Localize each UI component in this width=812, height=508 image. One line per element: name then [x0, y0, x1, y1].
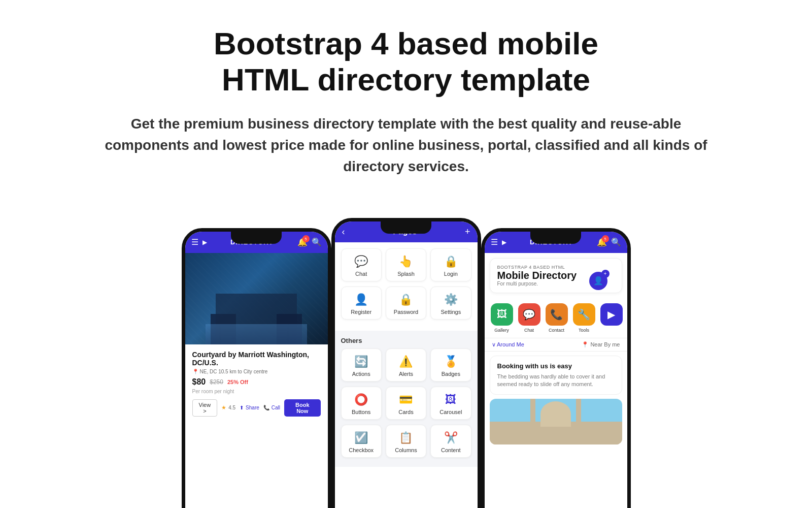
- others-label: Others: [341, 335, 471, 348]
- navbar-left: ☰ ▶: [191, 237, 207, 247]
- actions-icon: 🔄: [354, 355, 368, 368]
- location-pin-icon: 📍: [192, 369, 198, 374]
- contact-label: Contact: [549, 328, 564, 333]
- avatar-icon: 👤: [593, 276, 603, 285]
- bell-count-left: 5: [302, 235, 310, 242]
- chat-label: Chat: [355, 271, 367, 277]
- buttons-label: Buttons: [352, 409, 370, 415]
- mosque-image: [490, 399, 622, 444]
- share-label: Share: [246, 405, 259, 410]
- hotel-info: Courtyard by Marriott Washington, DC/U.S…: [185, 344, 328, 423]
- service-chat[interactable]: 💬 Chat: [518, 303, 540, 333]
- pages-plus-icon[interactable]: +: [465, 227, 470, 237]
- checkbox-icon: ☑️: [354, 431, 368, 444]
- service-icons-row: 🖼 Gallery 💬 Chat 📞 Contact 🔧 Tools ▶: [485, 298, 627, 338]
- hotel-image: [185, 253, 328, 344]
- content-label: Content: [441, 447, 461, 453]
- mosque-dome: [540, 401, 571, 427]
- phone-left-screen: ☰ ▶ DIRECTORY 🔔 5 🔍: [185, 232, 328, 508]
- call-label: Call: [272, 405, 280, 410]
- cards-icon: 💳: [399, 393, 413, 406]
- directory-hero-card: Bootstrap 4 Based HTML Mobile Directory …: [490, 258, 622, 293]
- bell-badge-left[interactable]: 🔔 5: [297, 237, 308, 247]
- dir-small-text: Bootstrap 4 Based HTML: [497, 265, 615, 270]
- rating-value: 4.5: [228, 405, 235, 410]
- tools-circle: 🔧: [573, 303, 595, 326]
- booking-section: Booking with us is easy The bedding was …: [490, 356, 622, 395]
- page-item-columns[interactable]: 📋 Columns: [386, 425, 426, 458]
- around-me-link[interactable]: ∨ Around Me: [492, 341, 524, 348]
- price-discount: 25% Off: [227, 379, 248, 385]
- hamburger-icon[interactable]: ☰: [191, 237, 198, 247]
- carousel-label: Carousel: [439, 409, 462, 415]
- booking-title: Booking with us is easy: [497, 362, 615, 370]
- page-item-buttons[interactable]: ⭕ Buttons: [341, 387, 382, 420]
- page-item-cards[interactable]: 💳 Cards: [386, 387, 426, 420]
- arrow-icon[interactable]: ▶: [202, 239, 207, 246]
- page-item-register[interactable]: 👤 Register: [341, 287, 382, 320]
- password-icon: 🔒: [399, 293, 413, 306]
- hotel-structure: [206, 278, 307, 344]
- search-icon-left[interactable]: 🔍: [312, 237, 322, 247]
- page-item-chat[interactable]: 💬 Chat: [341, 248, 382, 281]
- phone-right-screen: ☰ ▶ DIRECTORY 🔔 5 🔍 Bootstrap 4 Based HT…: [485, 232, 627, 508]
- splash-icon: 👆: [399, 255, 413, 268]
- others-section: Others 🔄 Actions ⚠️ Alerts 🏅 Badges: [335, 331, 478, 467]
- view-button[interactable]: View >: [192, 399, 218, 417]
- phone-center-screen: ‹ Pages + 💬 Chat 👆 Splash �: [335, 221, 478, 508]
- chat-circle: 💬: [518, 303, 540, 326]
- right-hamburger-icon[interactable]: ☰: [491, 237, 498, 247]
- chat-icon: 💬: [354, 255, 368, 268]
- star-icon: ★: [221, 404, 226, 411]
- dir-avatar: 👤 +: [589, 272, 607, 290]
- pages-grid-row2: 👤 Register 🔒 Password ⚙️ Settings: [341, 287, 471, 320]
- columns-label: Columns: [395, 447, 417, 453]
- service-gallery[interactable]: 🖼 Gallery: [491, 303, 513, 333]
- hero-title: Bootstrap 4 based mobile HTML directory …: [61, 25, 751, 98]
- page-item-password[interactable]: 🔒 Password: [386, 287, 426, 320]
- pages-back-icon[interactable]: ‹: [342, 227, 345, 237]
- around-me-bar: ∨ Around Me 📍 Near By me: [485, 338, 627, 352]
- page-item-settings[interactable]: ⚙️ Settings: [430, 287, 471, 320]
- service-more[interactable]: ▶: [600, 303, 623, 333]
- dir-hero-inner: Bootstrap 4 Based HTML Mobile Directory …: [497, 265, 615, 287]
- near-by-link[interactable]: 📍 Near By me: [582, 341, 620, 348]
- right-arrow-icon[interactable]: ▶: [502, 239, 506, 246]
- call-icon[interactable]: 📞: [263, 405, 269, 410]
- book-now-button[interactable]: Book Now: [284, 399, 320, 417]
- more-circle: ▶: [600, 303, 623, 326]
- alerts-icon: ⚠️: [399, 355, 413, 368]
- pages-grid-row5: ☑️ Checkbox 📋 Columns ✂️ Content: [341, 425, 471, 458]
- gallery-label: Gallery: [494, 328, 509, 333]
- page-item-splash[interactable]: 👆 Splash: [386, 248, 426, 281]
- search-icon-right[interactable]: 🔍: [611, 237, 621, 247]
- pages-grid-row1: 💬 Chat 👆 Splash 🔒 Login: [341, 248, 471, 281]
- water-reflection: [206, 324, 307, 344]
- service-tools[interactable]: 🔧 Tools: [573, 303, 595, 333]
- page-item-carousel[interactable]: 🖼 Carousel: [430, 387, 471, 420]
- page-item-content[interactable]: ✂️ Content: [430, 425, 471, 458]
- svc-chat-label: Chat: [524, 328, 534, 333]
- page-item-login[interactable]: 🔒 Login: [430, 248, 471, 281]
- mosque-ground: [490, 427, 622, 444]
- register-icon: 👤: [354, 293, 368, 306]
- page-item-alerts[interactable]: ⚠️ Alerts: [386, 348, 426, 382]
- mosque-minaret-left: [530, 399, 535, 427]
- mosque-minaret-right: [576, 399, 581, 427]
- page-item-actions[interactable]: 🔄 Actions: [341, 348, 382, 382]
- page-item-checkbox[interactable]: ☑️ Checkbox: [341, 425, 382, 458]
- right-navbar-left: ☰ ▶: [491, 237, 506, 247]
- service-contact[interactable]: 📞 Contact: [546, 303, 568, 333]
- hero-section: Bootstrap 4 based mobile HTML directory …: [0, 0, 812, 218]
- settings-label: Settings: [441, 309, 461, 315]
- add-user-btn[interactable]: +: [601, 270, 610, 278]
- hotel-location: 📍 NE, DC 10.5 km to City centre: [192, 369, 321, 374]
- pages-grid-row4: ⭕ Buttons 💳 Cards 🖼 Carousel: [341, 387, 471, 420]
- login-icon: 🔒: [444, 255, 458, 268]
- bell-badge-right[interactable]: 🔔 5: [597, 237, 607, 247]
- page-item-badges[interactable]: 🏅 Badges: [430, 348, 471, 382]
- share-icon[interactable]: ⬆: [240, 405, 244, 410]
- content-icon: ✂️: [444, 431, 458, 444]
- booking-text: The bedding was hardly able to cover it …: [497, 373, 615, 389]
- columns-icon: 📋: [399, 431, 413, 444]
